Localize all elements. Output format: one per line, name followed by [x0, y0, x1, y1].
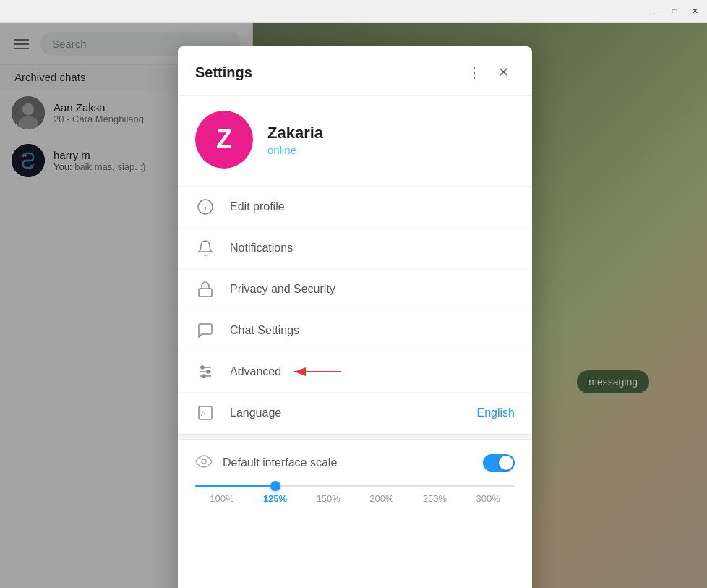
scale-mark-300: 300% [461, 493, 515, 504]
main-content: Search Archived chats Aan Zaksa 20 [0, 23, 707, 588]
scale-mark-100: 100% [195, 493, 249, 504]
scale-fill [195, 485, 275, 487]
menu-item-chat-settings[interactable]: Chat Settings [178, 310, 532, 351]
scale-header: Default interface scale [195, 453, 515, 473]
toggle-knob [499, 456, 513, 470]
language-icon: A [195, 403, 215, 423]
eye-icon [195, 453, 213, 473]
language-value: English [477, 406, 515, 419]
minimize-button[interactable]: ─ [645, 4, 664, 19]
menu-divider [178, 434, 532, 440]
sliders-icon [195, 362, 215, 382]
scale-mark-125: 125% [249, 493, 302, 504]
menu-label-notifications: Notifications [230, 242, 515, 255]
bell-icon [195, 238, 215, 258]
svg-point-13 [201, 366, 204, 369]
svg-point-15 [202, 375, 205, 378]
menu-label-advanced: Advanced [230, 365, 281, 378]
profile-info: Zakaria online [267, 124, 515, 156]
arrow-annotation-svg [287, 365, 345, 379]
scale-track [195, 485, 515, 487]
window-controls: ─ □ ✕ [645, 4, 704, 19]
chat-icon [195, 320, 215, 341]
scale-marks: 100% 125% 150% 200% 250% 300% [195, 493, 515, 504]
menu-item-edit-profile[interactable]: Edit profile [178, 187, 532, 228]
menu-section: Edit profile Notifications Privacy and S… [178, 187, 532, 588]
settings-modal: Settings ⋮ ✕ Z Zakaria online [178, 46, 532, 588]
modal-header: Settings ⋮ ✕ [178, 46, 532, 96]
info-icon [195, 197, 215, 217]
menu-item-privacy[interactable]: Privacy and Security [178, 269, 532, 310]
advanced-label-with-arrow: Advanced [230, 365, 345, 379]
scale-mark-150: 150% [301, 493, 355, 504]
svg-point-20 [202, 459, 206, 464]
menu-label-chat-settings: Chat Settings [230, 324, 515, 337]
profile-avatar: Z [195, 111, 253, 169]
scale-slider[interactable]: 100% 125% 150% 200% 250% 300% [195, 485, 515, 504]
scale-title: Default interface scale [223, 456, 337, 469]
more-options-button[interactable]: ⋮ [463, 61, 486, 84]
svg-rect-9 [199, 289, 212, 297]
scale-mark-250: 250% [408, 493, 462, 504]
menu-item-language[interactable]: A Language English [178, 393, 532, 434]
lock-icon [195, 279, 215, 299]
profile-status: online [267, 144, 515, 156]
modal-title: Settings [195, 64, 463, 81]
modal-header-actions: ⋮ ✕ [463, 61, 515, 84]
menu-label-language: Language [230, 406, 463, 419]
close-button[interactable]: ✕ [685, 4, 704, 19]
menu-item-notifications[interactable]: Notifications [178, 228, 532, 269]
scale-toggle[interactable] [483, 454, 515, 472]
modal-close-button[interactable]: ✕ [492, 61, 515, 84]
menu-label-privacy: Privacy and Security [230, 283, 515, 296]
menu-item-advanced[interactable]: Advanced [178, 351, 532, 393]
profile-section: Z Zakaria online [178, 96, 532, 187]
scale-mark-200: 200% [355, 493, 408, 504]
scale-thumb [270, 481, 280, 491]
profile-name: Zakaria [267, 124, 515, 142]
title-bar: ─ □ ✕ [0, 0, 707, 23]
scale-section: Default interface scale 100% [178, 440, 532, 517]
scale-label: Default interface scale [195, 453, 337, 473]
maximize-button[interactable]: □ [665, 4, 684, 19]
menu-label-edit-profile: Edit profile [230, 200, 515, 213]
svg-text:A: A [201, 410, 205, 417]
svg-point-14 [207, 370, 210, 373]
